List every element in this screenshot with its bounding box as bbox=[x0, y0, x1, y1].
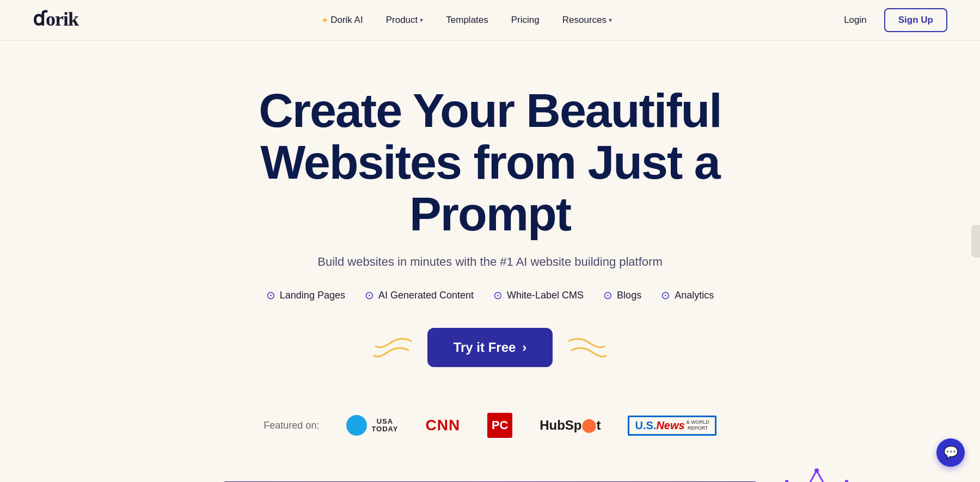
usnews-us: U.S. bbox=[635, 419, 656, 432]
nav-resources-label: Resources bbox=[562, 15, 607, 26]
logo-pc-magazine: PC bbox=[487, 413, 512, 438]
sparkle-icon: ✦ bbox=[321, 15, 328, 26]
navbar: ɗorik ✦ Dorik AI Product ▾ Templates Pri… bbox=[0, 0, 980, 41]
login-button[interactable]: Login bbox=[835, 10, 875, 30]
nav-resources[interactable]: Resources ▾ bbox=[554, 10, 621, 30]
feature-label-1: Landing Pages bbox=[280, 290, 345, 301]
svg-point-2 bbox=[785, 480, 788, 482]
scroll-indicator[interactable] bbox=[971, 225, 980, 258]
chevron-down-icon-resources: ▾ bbox=[609, 16, 612, 24]
pc-text: PC bbox=[492, 418, 509, 432]
signup-button[interactable]: Sign Up bbox=[884, 8, 947, 32]
nav-pricing[interactable]: Pricing bbox=[503, 10, 548, 30]
feature-label-3: White-Label CMS bbox=[507, 290, 584, 301]
hero-title: Create Your Beautiful Websites from Just… bbox=[191, 84, 789, 240]
hubspot-dot: ⬤ bbox=[581, 418, 596, 432]
logo-text: ɗorik bbox=[33, 7, 98, 34]
hubspot-text: HubSp⬤t bbox=[540, 418, 601, 432]
feature-blogs: ⊙ Blogs bbox=[603, 289, 641, 302]
check-icon-1: ⊙ bbox=[266, 289, 275, 302]
cnn-text: CNN bbox=[425, 417, 460, 434]
chat-bubble-button[interactable]: 💬 bbox=[936, 438, 965, 467]
nav-templates-label: Templates bbox=[446, 15, 488, 26]
logo-hubspot: HubSp⬤t bbox=[540, 418, 601, 433]
check-icon-4: ⊙ bbox=[603, 289, 612, 302]
try-free-button[interactable]: Try it Free › bbox=[427, 328, 553, 367]
logo-usnews: U.S. News & WORLDREPORT bbox=[628, 416, 716, 436]
hero-title-line1: Create Your Beautiful bbox=[259, 83, 721, 137]
usa-today-circle bbox=[346, 415, 367, 436]
featured-logos: USA TODAY CNN PC HubSp⬤t U.S. News & WOR… bbox=[346, 413, 716, 438]
squiggle-right-decoration bbox=[564, 333, 607, 362]
featured-section: Featured on: USA TODAY CNN PC HubSp⬤t bbox=[242, 402, 738, 460]
nav-product-label: Product bbox=[386, 15, 418, 26]
crown-decoration bbox=[773, 465, 860, 482]
check-icon-5: ⊙ bbox=[661, 289, 670, 302]
nav-templates[interactable]: Templates bbox=[437, 10, 497, 30]
logo-cnn: CNN bbox=[425, 417, 460, 434]
arrow-icon: › bbox=[522, 340, 526, 355]
try-free-label: Try it Free bbox=[454, 340, 516, 355]
hero-features: ⊙ Landing Pages ⊙ AI Generated Content ⊙… bbox=[266, 289, 714, 302]
feature-label-4: Blogs bbox=[617, 290, 641, 301]
check-icon-3: ⊙ bbox=[493, 289, 503, 302]
chevron-down-icon: ▾ bbox=[420, 16, 423, 24]
nav-dorik-ai[interactable]: ✦ Dorik AI bbox=[313, 10, 372, 30]
usnews-wr: & WORLDREPORT bbox=[687, 419, 709, 431]
hero-section: Create Your Beautiful Websites from Just… bbox=[0, 41, 980, 481]
svg-point-3 bbox=[845, 480, 848, 482]
nav-links: ✦ Dorik AI Product ▾ Templates Pricing R… bbox=[313, 10, 621, 30]
svg-point-1 bbox=[814, 468, 819, 473]
nav-product[interactable]: Product ▾ bbox=[377, 10, 432, 30]
svg-text:ɗorik: ɗorik bbox=[33, 8, 79, 30]
nav-ai-label: Dorik AI bbox=[330, 15, 363, 26]
nav-actions: Login Sign Up bbox=[835, 8, 947, 32]
feature-analytics: ⊙ Analytics bbox=[661, 289, 714, 302]
check-icon-2: ⊙ bbox=[365, 289, 374, 302]
usnews-news: News bbox=[656, 419, 684, 432]
feature-label-5: Analytics bbox=[675, 290, 714, 301]
usa-today-text: USA TODAY bbox=[371, 418, 398, 434]
featured-label: Featured on: bbox=[264, 420, 319, 431]
squiggle-left-decoration bbox=[373, 333, 416, 362]
hero-subtitle: Build websites in minutes with the #1 AI… bbox=[317, 255, 662, 269]
logo[interactable]: ɗorik bbox=[33, 7, 98, 34]
nav-pricing-label: Pricing bbox=[511, 15, 540, 26]
feature-label-2: AI Generated Content bbox=[378, 290, 474, 301]
feature-landing-pages: ⊙ Landing Pages bbox=[266, 289, 345, 302]
chat-icon: 💬 bbox=[944, 446, 958, 460]
hero-cta-row: Try it Free › bbox=[427, 328, 553, 367]
logo-usa-today: USA TODAY bbox=[346, 415, 398, 436]
feature-ai-content: ⊙ AI Generated Content bbox=[365, 289, 474, 302]
feature-white-label: ⊙ White-Label CMS bbox=[493, 289, 584, 302]
hero-title-line2: Websites from Just a Prompt bbox=[260, 135, 720, 241]
